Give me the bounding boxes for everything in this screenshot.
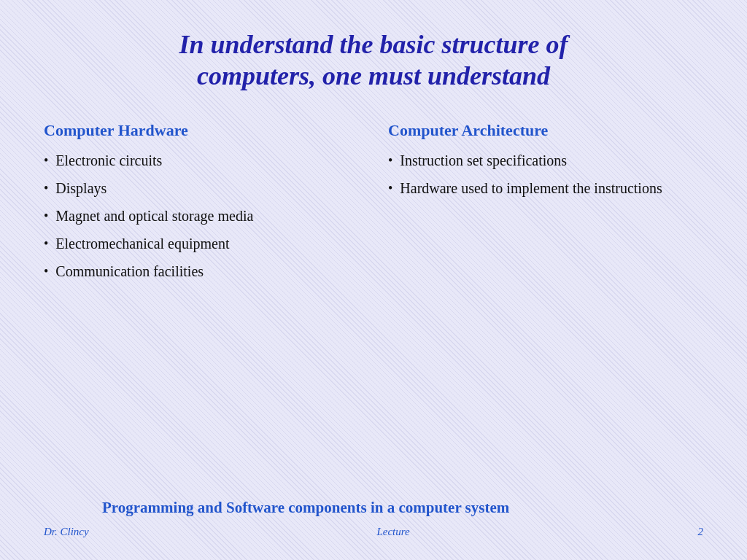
hardware-item-3: Magnet and optical storage media (55, 206, 253, 226)
hardware-list: • Electronic circuits • Displays • Magne… (44, 150, 359, 289)
hardware-item-5: Communication facilities (55, 261, 204, 281)
list-item: • Instruction set specifications (388, 150, 703, 171)
bullet-icon: • (388, 152, 392, 170)
list-item: • Magnet and optical storage media (44, 206, 359, 226)
bullet-icon: • (44, 235, 48, 253)
content-area: Computer Hardware • Electronic circuits … (44, 121, 703, 475)
architecture-item-1: Instruction set specifications (400, 150, 567, 171)
hardware-item-4: Electromechanical equipment (55, 233, 229, 254)
architecture-column: Computer Architecture • Instruction set … (388, 121, 703, 206)
slide: In understand the basic structure of com… (0, 0, 747, 560)
list-item: • Communication facilities (44, 261, 359, 281)
title-line2: computers, one must understand (197, 61, 550, 90)
architecture-list: • Instruction set specifications • Hardw… (388, 150, 703, 206)
hardware-item-1: Electronic circuits (55, 150, 162, 171)
slide-title: In understand the basic structure of com… (44, 29, 703, 92)
bottom-note: Programming and Software components in a… (44, 497, 703, 518)
list-item: • Hardware used to implement the instruc… (388, 178, 703, 198)
bottom-note-text: Programming and Software components in a… (102, 497, 645, 518)
list-item: • Electromechanical equipment (44, 233, 359, 254)
hardware-heading: Computer Hardware (44, 121, 359, 140)
list-item: • Displays (44, 178, 359, 198)
bullet-icon: • (388, 179, 392, 198)
footer-left: Dr. Clincy (44, 526, 89, 538)
bullet-icon: • (44, 262, 48, 281)
bullet-icon: • (44, 152, 48, 170)
architecture-item-2: Hardware used to implement the instructi… (400, 178, 662, 198)
footer: Dr. Clincy Lecture 2 (44, 518, 703, 538)
footer-center: Lecture (89, 526, 698, 538)
footer-right: 2 (698, 526, 704, 538)
hardware-item-2: Displays (55, 178, 107, 198)
architecture-heading: Computer Architecture (388, 121, 703, 140)
hardware-column: Computer Hardware • Electronic circuits … (44, 121, 359, 289)
bullet-icon: • (44, 179, 48, 198)
title-line1: In understand the basic structure of (179, 30, 568, 59)
list-item: • Electronic circuits (44, 150, 359, 171)
bullet-icon: • (44, 207, 48, 225)
